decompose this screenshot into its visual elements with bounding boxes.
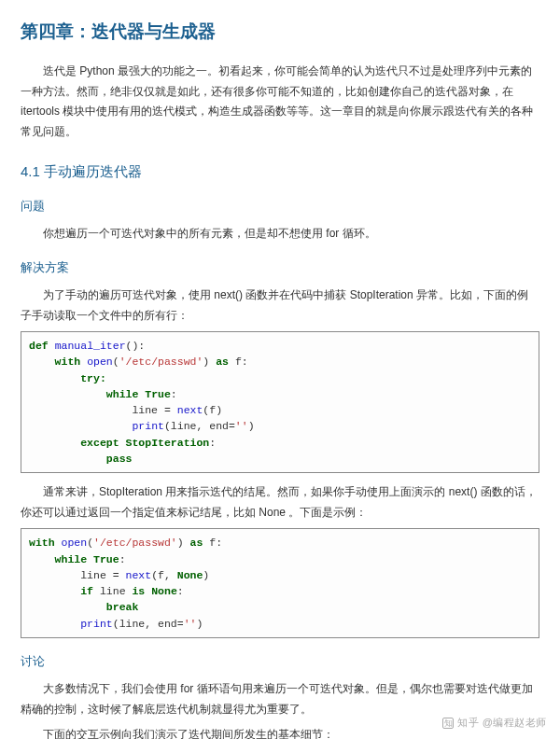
kw-try: try: [80, 372, 106, 384]
kw-true: True [93, 553, 119, 565]
kw-as: as [216, 356, 229, 368]
section-title: 4.1 手动遍历迭代器 [21, 160, 539, 184]
chapter-title: 第四章：迭代器与生成器 [21, 17, 539, 47]
solution-intro: 为了手动的遍历可迭代对象，使用 next() 函数并在代码中捕获 StopIte… [21, 286, 539, 326]
kw-except: except [80, 437, 119, 449]
discussion-heading: 讨论 [21, 651, 539, 672]
fn-next: next [126, 569, 152, 581]
kw-stopiter: StopIteration [126, 437, 210, 449]
watermark-brand: 知乎 [457, 717, 479, 728]
kw-with: with [55, 356, 81, 368]
kw-if: if [80, 585, 93, 597]
fn-name: manual_iter [55, 340, 126, 352]
fn-print: print [80, 618, 113, 630]
kw-while: while [106, 388, 139, 400]
kw-none2: None [151, 585, 177, 597]
problem-heading: 问题 [21, 196, 539, 216]
problem-text: 你想遍历一个可迭代对象中的所有元素，但是却不想使用 for 循环。 [21, 224, 539, 244]
watermark-text: @编程赵老师 [483, 717, 547, 728]
fn-open: open [87, 356, 113, 368]
code-block-2: with open('/etc/passwd') as f: while Tru… [21, 528, 539, 638]
fn-print: print [132, 420, 164, 432]
kw-is: is [132, 585, 145, 597]
kw-pass: pass [106, 453, 133, 465]
solution-mid: 通常来讲，StopIteration 用来指示迭代的结尾。然而，如果你手动使用上… [21, 482, 539, 523]
zhihu-icon: 知 [442, 718, 454, 729]
str-end: '' [184, 618, 197, 630]
intro-paragraph: 迭代是 Python 最强大的功能之一。初看起来，你可能会简单的认为迭代只不过是… [21, 62, 539, 142]
fn-next: next [177, 404, 203, 416]
kw-true: True [145, 388, 171, 400]
solution-heading: 解决方案 [21, 258, 539, 278]
watermark: 知知乎 @编程赵老师 [442, 714, 547, 732]
str-path: '/etc/passwd' [119, 356, 203, 368]
code-block-1: def manual_iter(): with open('/etc/passw… [21, 331, 539, 473]
kw-none: None [177, 569, 203, 581]
kw-while: while [55, 553, 88, 565]
kw-break: break [106, 601, 139, 613]
kw-def: def [29, 340, 49, 352]
fn-open: open [62, 537, 88, 549]
str-end: '' [235, 420, 248, 432]
kw-with: with [29, 537, 55, 549]
kw-as: as [190, 537, 203, 549]
str-path: '/etc/passwd' [93, 537, 177, 549]
